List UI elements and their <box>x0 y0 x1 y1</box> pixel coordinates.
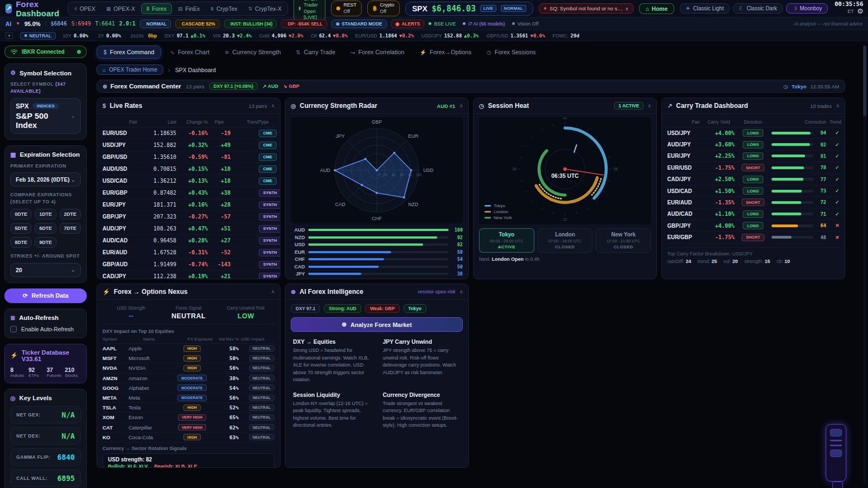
equity-row[interactable]: META Meta MODERATE 56% NEUTRAL <box>103 393 275 403</box>
carry-row[interactable]: EUR/USD -1.75% SHORT 78 <box>667 162 839 174</box>
equity-row[interactable]: MSFT Microsoft HIGH 50% NEUTRAL <box>103 354 275 363</box>
ticker-item[interactable]: EUR/USD 1.1864 ▼0.2% <box>355 33 414 38</box>
main-tab[interactable]: $ Forex Command <box>97 46 161 59</box>
indicator[interactable]: i7 AI (66 models) <box>463 21 505 27</box>
toast-close-icon[interactable]: x <box>626 5 628 11</box>
equity-row[interactable]: KO Coca-Cola HIGH 63% NEUTRAL <box>103 433 275 442</box>
auto-refresh-toggle[interactable]: Enable Auto-Refresh <box>10 326 81 332</box>
carry-row[interactable]: CAD/JPY +2.50% LONG 77 <box>667 174 839 185</box>
top-nav-item[interactable]: ฿ CrypTex <box>206 3 242 14</box>
live-rate-row[interactable]: EUR/JPY 181.371 +0.16% +28 SYNTH <box>103 199 275 211</box>
status-badge[interactable]: INST: BULLISH (34) <box>224 20 277 28</box>
collapse-icon[interactable]: ˄ <box>271 289 275 295</box>
live-rate-row[interactable]: GBP/USD 1.35610 -0.59% -81 CME <box>103 151 275 163</box>
gear-icon[interactable]: ⚙ <box>857 8 864 15</box>
carry-row[interactable]: AUD/JPY +3.60% LONG 92 <box>667 139 839 150</box>
dte-option-button[interactable]: 9DTE <box>35 237 56 248</box>
spx-ticker[interactable]: SPX $6,846.03 LIVE NORMAL <box>405 2 533 16</box>
live-rate-row[interactable]: EUR/USD 1.18635 -0.16% -19 CME <box>103 127 275 139</box>
home-button[interactable]: ⌂ Home <box>639 3 674 14</box>
indicator[interactable]: Vision Off <box>512 21 539 27</box>
top-nav-item[interactable]: $ Forex <box>141 3 172 14</box>
carry-row[interactable]: EUR/GBP -1.75% SHORT 48 <box>667 232 839 243</box>
collapse-icon[interactable]: ˄ <box>836 103 839 109</box>
carry-row[interactable]: USD/CAD +1.50% LONG 73 <box>667 185 839 197</box>
carry-row[interactable]: USD/JPY +4.00% LONG 94 <box>667 127 839 139</box>
main-tab[interactable]: ⇅ Carry Trade <box>290 46 342 58</box>
carry-row[interactable]: AUD/CAD +1.10% LONG 71 <box>667 209 839 220</box>
equity-row[interactable]: XOM Exxon VERY HIGH 65% NEUTRAL <box>103 413 275 422</box>
dte-option-button[interactable]: 5DTE <box>10 223 31 234</box>
ticker-item[interactable]: 2Y 0.00% <box>98 33 123 38</box>
carry-row[interactable]: EUR/JPY +2.25% LONG 81 <box>667 151 839 162</box>
main-tab[interactable]: ≋ Currency Strength <box>218 46 288 58</box>
ticker-item[interactable]: GBP/USD 1.3561 ▼0.6% <box>486 33 545 38</box>
checkbox-icon[interactable] <box>10 326 17 332</box>
collapse-icon[interactable]: ˄ <box>459 289 463 295</box>
theme-button[interactable]: ☀ Classic Light <box>680 3 730 14</box>
main-tab[interactable]: ⚡ Forex→Options <box>413 46 478 58</box>
main-tab[interactable]: ◷ Forex Sessions <box>480 46 542 58</box>
status-badge[interactable]: NORMAL <box>140 20 171 28</box>
status-badge[interactable]: ⊕ STANDARD MODE <box>331 20 387 28</box>
live-rate-row[interactable]: EUR/AUD 1.67528 -0.31% -52 SYNTH <box>103 247 275 259</box>
crypto-toggle[interactable]: ฿ Crypto Off <box>367 1 400 16</box>
equity-row[interactable]: AAPL Apple HIGH 58% NEUTRAL <box>103 344 275 354</box>
live-rate-row[interactable]: AUD/USD 0.70815 +0.15% +10 CME <box>103 163 275 175</box>
live-rate-row[interactable]: USD/JPY 152.882 +0.32% +49 CME <box>103 139 275 151</box>
collapse-icon[interactable]: ˄ <box>648 103 651 109</box>
dte-option-button[interactable]: 8DTE <box>10 237 31 248</box>
ticker-item[interactable]: FOMC: 29d <box>553 33 582 38</box>
ticker-item[interactable]: VIX 20.3 ▼2.4% <box>213 33 251 38</box>
dte-option-button[interactable]: 0DTE <box>10 209 31 220</box>
ticker-item[interactable]: DXY 97.1 ▲0.1% <box>164 33 205 38</box>
breadcrumb-home-button[interactable]: ⌂ OPEX Trader Home <box>97 65 163 75</box>
dte-option-button[interactable]: 2DTE <box>60 209 81 220</box>
session-card[interactable]: London 07:00 - 16:00 UTC CLOSED <box>538 228 593 253</box>
ibkr-connection-pill[interactable]: IBKR Connected <box>4 46 87 58</box>
filter-icon[interactable]: ▼ <box>5 32 13 39</box>
ticker-item[interactable]: 10Y 0.00% <box>63 33 91 38</box>
live-rate-row[interactable]: GBP/JPY 207.323 -0.27% -57 SYNTH <box>103 211 275 223</box>
dte-option-button[interactable]: 6DTE <box>35 223 56 234</box>
main-tab[interactable]: ↝ Forex Correlation <box>344 46 411 58</box>
rest-toggle[interactable]: REST Off <box>331 1 362 16</box>
top-nav-item[interactable]: ▦ OPEX-X <box>101 3 140 14</box>
top-nav-item[interactable]: ıl OPEX <box>69 3 100 14</box>
refresh-data-button[interactable]: ⟳ Refresh Data <box>4 288 87 303</box>
top-nav-item[interactable]: ⇅ CrypTex-X <box>244 3 287 14</box>
theme-button[interactable]: ☽ Moonboy <box>786 3 828 14</box>
live-rate-row[interactable]: USD/CAD 1.36212 +0.13% +18 CME <box>103 175 275 187</box>
dte-option-button[interactable]: 1DTE <box>35 209 56 220</box>
equity-row[interactable]: AMZN Amazon MODERATE 38% NEUTRAL <box>103 374 275 383</box>
ticker-item[interactable]: 2s10s 0bp <box>131 33 157 38</box>
equity-row[interactable]: NVDA NVIDIA HIGH 56% NEUTRAL <box>103 363 275 373</box>
equity-row[interactable]: TSLA Tesla HIGH 52% NEUTRAL <box>103 403 275 413</box>
carry-row[interactable]: GBP/JPY +4.00% LONG 64 <box>667 220 839 232</box>
status-badge[interactable]: CASCADE 52% <box>175 20 219 28</box>
analyze-forex-button[interactable]: ⊛ Analyze Forex Market <box>291 317 463 332</box>
live-rate-row[interactable]: EUR/GBP 0.87482 +0.43% +38 SYNTH <box>103 187 275 199</box>
live-rate-row[interactable]: AUD/JPY 108.263 +0.47% +51 SYNTH <box>103 223 275 235</box>
floating-widget[interactable] <box>826 424 846 481</box>
collapse-icon[interactable]: ˄ <box>459 103 463 109</box>
equity-row[interactable]: GOOG Alphabet MODERATE 54% NEUTRAL <box>103 383 275 393</box>
status-badge[interactable]: ◉ ALERTS <box>391 20 424 28</box>
indicator[interactable]: BSE LIVE <box>429 21 456 27</box>
ticker-item[interactable]: Gold 4,906 ▼2.8% <box>259 33 303 38</box>
symbol-select[interactable]: SPX INDICES S&P 500 Index ⌄ <box>10 98 81 134</box>
primary-expiration-select[interactable]: Feb 18, 2026 (0DTE) ⌄ <box>10 172 81 187</box>
live-rate-row[interactable]: CAD/JPY 112.238 +0.19% +21 SYNTH <box>103 271 275 279</box>
floating-widget-mini[interactable] <box>832 481 843 488</box>
equity-row[interactable]: CAT Caterpillar VERY HIGH 62% NEUTRAL <box>103 423 275 433</box>
status-badge[interactable]: DP: -$54K SELL <box>281 20 327 28</box>
collapse-icon[interactable]: ˄ <box>271 103 275 109</box>
live-rate-row[interactable]: GBP/AUD 1.91499 -0.74% -143 SYNTH <box>103 259 275 271</box>
dte-option-button[interactable]: 7DTE <box>60 223 81 234</box>
session-card[interactable]: Tokyo 00:00 - 09:00 UTC ACTIVE <box>479 228 534 253</box>
theme-button[interactable]: ☾ Classic Dark <box>733 3 783 14</box>
session-card[interactable]: New York 12:00 - 21:00 UTC CLOSED <box>596 228 651 253</box>
top-nav-item[interactable]: ▤ FinEx <box>173 3 205 14</box>
strikes-select[interactable]: 20 ⌄ <box>10 263 81 277</box>
ticker-item[interactable]: USD/JPY 152.88 ▲0.3% <box>422 33 479 38</box>
